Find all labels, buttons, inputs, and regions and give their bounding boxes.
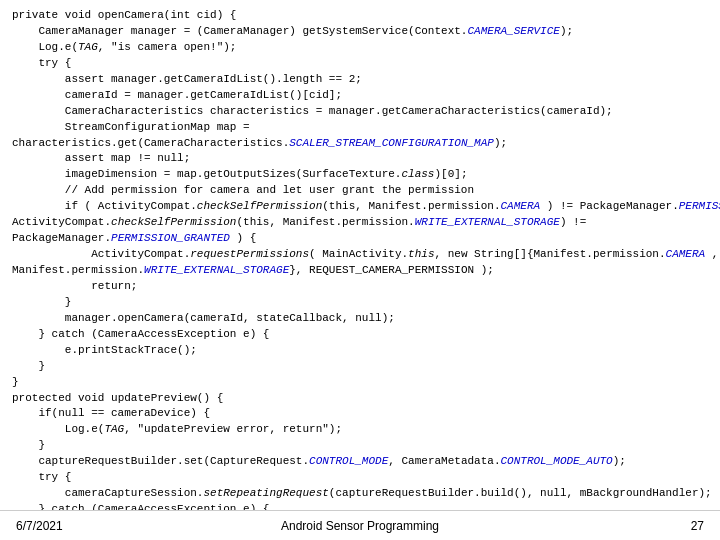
code-line: manager.openCamera(cameraId, stateCallba…: [12, 311, 708, 327]
slide-footer: 6/7/2021 Android Sensor Programming 27: [0, 510, 720, 540]
code-line: captureRequestBuilder.set(CaptureRequest…: [12, 454, 708, 470]
code-line: }: [12, 295, 708, 311]
code-line: } catch (CameraAccessException e) {: [12, 502, 708, 510]
code-line: imageDimension = map.getOutputSizes(Surf…: [12, 167, 708, 183]
code-block: private void openCamera(int cid) { Camer…: [0, 0, 720, 510]
code-line: ActivityCompat.checkSelfPermission(this,…: [12, 215, 708, 231]
footer-page: 27: [691, 519, 704, 533]
code-line: if ( ActivityCompat.checkSelfPermission(…: [12, 199, 708, 215]
code-line: ActivityCompat.requestPermissions( MainA…: [12, 247, 708, 263]
code-line: Log.e(TAG, "updatePreview error, return"…: [12, 422, 708, 438]
code-line: PackageManager.PERMISSION_GRANTED ) {: [12, 231, 708, 247]
code-line: try {: [12, 470, 708, 486]
code-line: assert manager.getCameraIdList().length …: [12, 72, 708, 88]
code-line: return;: [12, 279, 708, 295]
code-line: characteristics.get(CameraCharacteristic…: [12, 136, 708, 152]
code-line: }: [12, 359, 708, 375]
code-line: // Add permission for camera and let use…: [12, 183, 708, 199]
footer-title: Android Sensor Programming: [281, 519, 439, 533]
code-line: try {: [12, 56, 708, 72]
code-line: }: [12, 375, 708, 391]
code-line: cameraCaptureSession.setRepeatingRequest…: [12, 486, 708, 502]
code-line: private void openCamera(int cid) {: [12, 8, 708, 24]
code-line: Log.e(TAG, "is camera open!");: [12, 40, 708, 56]
code-line: e.printStackTrace();: [12, 343, 708, 359]
code-line: cameraId = manager.getCameraIdList()[cid…: [12, 88, 708, 104]
code-line: StreamConfigurationMap map =: [12, 120, 708, 136]
code-line: CameraManager manager = (CameraManager) …: [12, 24, 708, 40]
protected-void-line: protected void updatePreview() {: [12, 391, 708, 407]
footer-date: 6/7/2021: [16, 519, 63, 533]
code-line: Manifest.permission.WRITE_EXTERNAL_STORA…: [12, 263, 708, 279]
code-line: assert map != null;: [12, 151, 708, 167]
code-line: } catch (CameraAccessException e) {: [12, 327, 708, 343]
code-line: CameraCharacteristics characteristics = …: [12, 104, 708, 120]
code-line: }: [12, 438, 708, 454]
code-line: if(null == cameraDevice) {: [12, 406, 708, 422]
